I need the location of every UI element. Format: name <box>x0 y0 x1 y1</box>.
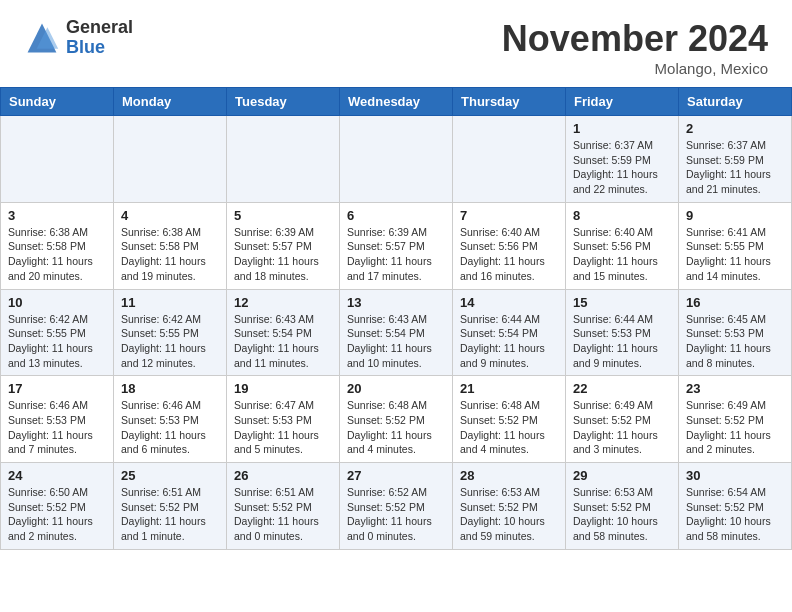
table-row: 2Sunrise: 6:37 AM Sunset: 5:59 PM Daylig… <box>679 116 792 203</box>
calendar-header-row: Sunday Monday Tuesday Wednesday Thursday… <box>1 88 792 116</box>
table-row: 13Sunrise: 6:43 AM Sunset: 5:54 PM Dayli… <box>340 289 453 376</box>
cell-content: 1Sunrise: 6:37 AM Sunset: 5:59 PM Daylig… <box>573 121 671 197</box>
calendar-week-row: 10Sunrise: 6:42 AM Sunset: 5:55 PM Dayli… <box>1 289 792 376</box>
cell-content: 22Sunrise: 6:49 AM Sunset: 5:52 PM Dayli… <box>573 381 671 457</box>
cell-info: Sunrise: 6:38 AM Sunset: 5:58 PM Dayligh… <box>8 225 106 284</box>
cell-info: Sunrise: 6:51 AM Sunset: 5:52 PM Dayligh… <box>121 485 219 544</box>
cell-content: 2Sunrise: 6:37 AM Sunset: 5:59 PM Daylig… <box>686 121 784 197</box>
cell-content: 19Sunrise: 6:47 AM Sunset: 5:53 PM Dayli… <box>234 381 332 457</box>
logo: General Blue <box>24 18 133 58</box>
cell-content: 26Sunrise: 6:51 AM Sunset: 5:52 PM Dayli… <box>234 468 332 544</box>
table-row: 30Sunrise: 6:54 AM Sunset: 5:52 PM Dayli… <box>679 463 792 550</box>
day-number: 10 <box>8 295 106 310</box>
table-row: 8Sunrise: 6:40 AM Sunset: 5:56 PM Daylig… <box>566 202 679 289</box>
col-tuesday: Tuesday <box>227 88 340 116</box>
cell-info: Sunrise: 6:40 AM Sunset: 5:56 PM Dayligh… <box>573 225 671 284</box>
cell-content: 11Sunrise: 6:42 AM Sunset: 5:55 PM Dayli… <box>121 295 219 371</box>
table-row <box>227 116 340 203</box>
table-row <box>114 116 227 203</box>
cell-info: Sunrise: 6:42 AM Sunset: 5:55 PM Dayligh… <box>8 312 106 371</box>
cell-content: 9Sunrise: 6:41 AM Sunset: 5:55 PM Daylig… <box>686 208 784 284</box>
cell-info: Sunrise: 6:51 AM Sunset: 5:52 PM Dayligh… <box>234 485 332 544</box>
location: Molango, Mexico <box>502 60 768 77</box>
day-number: 11 <box>121 295 219 310</box>
day-number: 15 <box>573 295 671 310</box>
cell-content: 4Sunrise: 6:38 AM Sunset: 5:58 PM Daylig… <box>121 208 219 284</box>
table-row <box>340 116 453 203</box>
day-number: 21 <box>460 381 558 396</box>
day-number: 1 <box>573 121 671 136</box>
cell-info: Sunrise: 6:48 AM Sunset: 5:52 PM Dayligh… <box>347 398 445 457</box>
day-number: 25 <box>121 468 219 483</box>
cell-info: Sunrise: 6:47 AM Sunset: 5:53 PM Dayligh… <box>234 398 332 457</box>
table-row: 27Sunrise: 6:52 AM Sunset: 5:52 PM Dayli… <box>340 463 453 550</box>
table-row: 14Sunrise: 6:44 AM Sunset: 5:54 PM Dayli… <box>453 289 566 376</box>
calendar-table: Sunday Monday Tuesday Wednesday Thursday… <box>0 87 792 550</box>
table-row: 25Sunrise: 6:51 AM Sunset: 5:52 PM Dayli… <box>114 463 227 550</box>
cell-info: Sunrise: 6:52 AM Sunset: 5:52 PM Dayligh… <box>347 485 445 544</box>
col-thursday: Thursday <box>453 88 566 116</box>
day-number: 4 <box>121 208 219 223</box>
logo-general: General <box>66 18 133 38</box>
col-wednesday: Wednesday <box>340 88 453 116</box>
table-row: 22Sunrise: 6:49 AM Sunset: 5:52 PM Dayli… <box>566 376 679 463</box>
day-number: 12 <box>234 295 332 310</box>
day-number: 5 <box>234 208 332 223</box>
cell-content: 29Sunrise: 6:53 AM Sunset: 5:52 PM Dayli… <box>573 468 671 544</box>
table-row: 20Sunrise: 6:48 AM Sunset: 5:52 PM Dayli… <box>340 376 453 463</box>
calendar-week-row: 3Sunrise: 6:38 AM Sunset: 5:58 PM Daylig… <box>1 202 792 289</box>
col-monday: Monday <box>114 88 227 116</box>
cell-content: 30Sunrise: 6:54 AM Sunset: 5:52 PM Dayli… <box>686 468 784 544</box>
cell-content: 5Sunrise: 6:39 AM Sunset: 5:57 PM Daylig… <box>234 208 332 284</box>
table-row: 21Sunrise: 6:48 AM Sunset: 5:52 PM Dayli… <box>453 376 566 463</box>
cell-info: Sunrise: 6:48 AM Sunset: 5:52 PM Dayligh… <box>460 398 558 457</box>
cell-content: 27Sunrise: 6:52 AM Sunset: 5:52 PM Dayli… <box>347 468 445 544</box>
day-number: 13 <box>347 295 445 310</box>
calendar-week-row: 1Sunrise: 6:37 AM Sunset: 5:59 PM Daylig… <box>1 116 792 203</box>
cell-info: Sunrise: 6:43 AM Sunset: 5:54 PM Dayligh… <box>347 312 445 371</box>
day-number: 3 <box>8 208 106 223</box>
month-title: November 2024 <box>502 18 768 60</box>
day-number: 16 <box>686 295 784 310</box>
col-saturday: Saturday <box>679 88 792 116</box>
day-number: 18 <box>121 381 219 396</box>
cell-content: 23Sunrise: 6:49 AM Sunset: 5:52 PM Dayli… <box>686 381 784 457</box>
cell-info: Sunrise: 6:37 AM Sunset: 5:59 PM Dayligh… <box>573 138 671 197</box>
table-row: 19Sunrise: 6:47 AM Sunset: 5:53 PM Dayli… <box>227 376 340 463</box>
day-number: 19 <box>234 381 332 396</box>
cell-info: Sunrise: 6:44 AM Sunset: 5:54 PM Dayligh… <box>460 312 558 371</box>
day-number: 17 <box>8 381 106 396</box>
cell-info: Sunrise: 6:46 AM Sunset: 5:53 PM Dayligh… <box>121 398 219 457</box>
cell-info: Sunrise: 6:39 AM Sunset: 5:57 PM Dayligh… <box>234 225 332 284</box>
cell-info: Sunrise: 6:54 AM Sunset: 5:52 PM Dayligh… <box>686 485 784 544</box>
col-sunday: Sunday <box>1 88 114 116</box>
day-number: 29 <box>573 468 671 483</box>
table-row: 11Sunrise: 6:42 AM Sunset: 5:55 PM Dayli… <box>114 289 227 376</box>
day-number: 26 <box>234 468 332 483</box>
day-number: 8 <box>573 208 671 223</box>
cell-content: 28Sunrise: 6:53 AM Sunset: 5:52 PM Dayli… <box>460 468 558 544</box>
cell-content: 16Sunrise: 6:45 AM Sunset: 5:53 PM Dayli… <box>686 295 784 371</box>
cell-content: 17Sunrise: 6:46 AM Sunset: 5:53 PM Dayli… <box>8 381 106 457</box>
cell-content: 25Sunrise: 6:51 AM Sunset: 5:52 PM Dayli… <box>121 468 219 544</box>
table-row <box>1 116 114 203</box>
page-header: General Blue November 2024 Molango, Mexi… <box>0 0 792 87</box>
cell-info: Sunrise: 6:53 AM Sunset: 5:52 PM Dayligh… <box>460 485 558 544</box>
col-friday: Friday <box>566 88 679 116</box>
table-row: 3Sunrise: 6:38 AM Sunset: 5:58 PM Daylig… <box>1 202 114 289</box>
table-row: 15Sunrise: 6:44 AM Sunset: 5:53 PM Dayli… <box>566 289 679 376</box>
cell-info: Sunrise: 6:38 AM Sunset: 5:58 PM Dayligh… <box>121 225 219 284</box>
day-number: 9 <box>686 208 784 223</box>
day-number: 24 <box>8 468 106 483</box>
cell-content: 18Sunrise: 6:46 AM Sunset: 5:53 PM Dayli… <box>121 381 219 457</box>
day-number: 2 <box>686 121 784 136</box>
logo-icon <box>24 20 60 56</box>
cell-content: 12Sunrise: 6:43 AM Sunset: 5:54 PM Dayli… <box>234 295 332 371</box>
cell-content: 3Sunrise: 6:38 AM Sunset: 5:58 PM Daylig… <box>8 208 106 284</box>
cell-info: Sunrise: 6:44 AM Sunset: 5:53 PM Dayligh… <box>573 312 671 371</box>
day-number: 23 <box>686 381 784 396</box>
day-number: 20 <box>347 381 445 396</box>
cell-content: 13Sunrise: 6:43 AM Sunset: 5:54 PM Dayli… <box>347 295 445 371</box>
logo-blue: Blue <box>66 38 133 58</box>
table-row: 24Sunrise: 6:50 AM Sunset: 5:52 PM Dayli… <box>1 463 114 550</box>
